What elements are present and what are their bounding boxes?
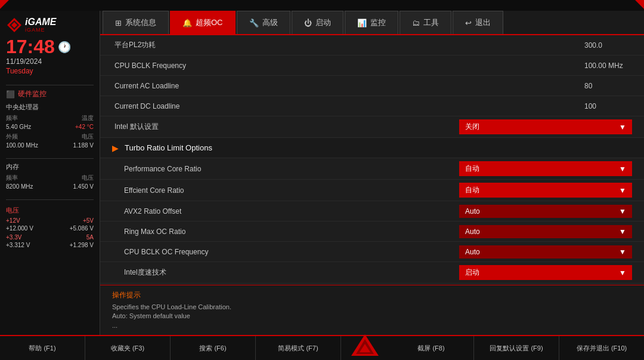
avx2-offset-dropdown[interactable]: Auto ▼ xyxy=(459,205,632,218)
bclk-oc-freq-arrow: ▼ xyxy=(619,248,626,256)
dc-loadline-value: 100 xyxy=(584,102,632,110)
row-bclk-oc-freq: CPU BCLK OC Frequency Auto ▼ xyxy=(100,242,644,262)
ring-max-oc-arrow: ▼ xyxy=(619,227,626,236)
clock-icon: 🕐 xyxy=(58,41,71,54)
cpu-temp-value: +42 °C xyxy=(75,124,94,130)
advanced-icon: 🔧 xyxy=(249,19,259,27)
monitor-icon: ⬛ xyxy=(6,90,15,99)
logo-subtext: iGAME xyxy=(25,27,56,33)
perf-core-ratio-label: Performance Core Ratio xyxy=(112,165,459,173)
cpu-freq-value: 5.40 GHz xyxy=(6,124,31,130)
weekday: Tuesday xyxy=(6,67,94,75)
row-turbo-section: ▶ Turbo Ratio Limit Options xyxy=(100,138,644,158)
divider-2 xyxy=(6,158,94,159)
tooltip-title: 操作提示 xyxy=(112,290,632,300)
row-eff-core-ratio: Effcient Core Ratio 自动 ▼ xyxy=(100,180,644,201)
cpu-freq-label: 频率 xyxy=(6,114,18,122)
top-bar xyxy=(0,0,644,11)
ac-loadline-label: Current AC Loadline xyxy=(112,82,584,90)
intel-default-dropdown[interactable]: 关闭 ▼ xyxy=(459,119,632,134)
cpu-metrics: 频率 温度 5.40 GHz +42 °C 外频 电压 100.00 MHz 1… xyxy=(6,114,94,150)
v5-label: +5V xyxy=(83,217,94,224)
tooltip-line3: ... xyxy=(112,321,632,330)
btn-save-exit-label: 保存并退出 (F10) xyxy=(577,344,627,353)
btn-help-label: 帮助 (F1) xyxy=(29,344,55,353)
cpu-ext-value: 100.00 MHz xyxy=(6,142,38,149)
btn-favorites[interactable]: 收藏夹 (F3) xyxy=(85,336,171,360)
bclk-oc-freq-label: CPU BCLK OC Frequency xyxy=(112,248,459,256)
row-bclk-freq: CPU BCLK Frequency 100.00 MHz xyxy=(100,56,644,76)
pl2-label: 平台PL2功耗 xyxy=(112,40,584,50)
tooltip-bar: 操作提示 Specifies the CPU Load-Line Calibra… xyxy=(100,285,644,335)
boot-icon: ⏻ xyxy=(304,19,312,27)
dc-loadline-label: Current DC Loadline xyxy=(112,102,584,110)
monitor-tab-icon: 📊 xyxy=(357,19,367,27)
tab-tools-label: 工具 xyxy=(423,17,439,28)
tab-sysinfo[interactable]: ⊞ 系统信息 xyxy=(103,11,169,34)
row-ac-loadline: Current AC Loadline 80 xyxy=(100,76,644,96)
logo-text: iGAME xyxy=(25,17,56,27)
avx2-offset-value: Auto xyxy=(465,207,480,216)
cpu-section-label: 中央处理器 xyxy=(6,103,94,112)
center-logo-icon xyxy=(350,333,380,360)
pl2-value: 300.0 xyxy=(584,41,632,50)
btn-search[interactable]: 搜索 (F6) xyxy=(171,336,256,360)
v5-val: +5.086 V xyxy=(70,225,94,232)
v33-label: +3.3V xyxy=(6,234,21,241)
sysinfo-icon: ⊞ xyxy=(115,19,122,27)
sidebar: iGAME iGAME 17:48 🕐 11/19/2024 Tuesday ⬛… xyxy=(0,11,100,335)
mem-section-label: 内存 xyxy=(6,162,94,171)
v12-val: +12.000 V xyxy=(6,225,33,232)
bclk-oc-freq-dropdown[interactable]: Auto ▼ xyxy=(459,245,632,259)
mem-metrics: 频率 电压 8200 MHz 1.450 V xyxy=(6,174,94,191)
tab-monitor[interactable]: 📊 监控 xyxy=(345,11,398,34)
mem-freq-value: 8200 MHz xyxy=(6,183,33,190)
btn-screenshot-label: 截屏 (F8) xyxy=(417,344,444,353)
btn-reset-defaults[interactable]: 回复默认设置 (F9) xyxy=(474,336,559,360)
voltage-title: 电压 xyxy=(6,206,94,215)
divider-3 xyxy=(6,199,94,200)
settings-area[interactable]: 平台PL2功耗 300.0 CPU BCLK Frequency 100.00 … xyxy=(100,35,644,285)
avx2-offset-arrow: ▼ xyxy=(619,207,626,216)
perf-core-ratio-dropdown[interactable]: 自动 ▼ xyxy=(459,161,632,176)
exit-icon: ↩ xyxy=(465,19,472,27)
btn-screenshot[interactable]: 截屏 (F8) xyxy=(389,336,474,360)
tab-oc[interactable]: 🔔 超频OC xyxy=(170,11,236,34)
v12-label: +12V xyxy=(6,217,20,224)
intel-speed-arrow: ▼ xyxy=(619,269,626,277)
row-dc-loadline: Current DC Loadline 100 xyxy=(100,96,644,116)
row-pl2: 平台PL2功耗 300.0 xyxy=(100,35,644,56)
turbo-section-label: Turbo Ratio Limit Options xyxy=(122,143,632,152)
row-avx2-offset: AVX2 Ratio Offset Auto ▼ xyxy=(100,201,644,221)
tab-boot[interactable]: ⏻ 启动 xyxy=(292,11,343,34)
btn-save-exit[interactable]: 保存并退出 (F10) xyxy=(559,336,644,360)
logo: iGAME iGAME xyxy=(6,17,94,33)
tab-advanced[interactable]: 🔧 高级 xyxy=(237,11,290,34)
ring-max-oc-dropdown[interactable]: Auto ▼ xyxy=(459,225,632,238)
center-logo xyxy=(341,333,389,360)
btn-reset-defaults-label: 回复默认设置 (F9) xyxy=(490,344,543,353)
tab-advanced-label: 高级 xyxy=(262,17,278,28)
intel-speed-dropdown[interactable]: 启动 ▼ xyxy=(459,265,632,280)
tab-monitor-label: 监控 xyxy=(370,17,386,28)
eff-core-ratio-dropdown[interactable]: 自动 ▼ xyxy=(459,183,632,198)
cpu-temp-label: 温度 xyxy=(82,114,94,122)
row-perf-core-ratio: Performance Core Ratio 自动 ▼ xyxy=(100,158,644,180)
tab-exit-label: 退出 xyxy=(475,17,491,28)
intel-default-arrow: ▼ xyxy=(619,123,626,131)
bottom-bar: 帮助 (F1) 收藏夹 (F3) 搜索 (F6) 简易模式 (F7) 截屏 (F… xyxy=(0,335,644,360)
ac-loadline-value: 80 xyxy=(584,82,632,90)
tab-tools[interactable]: 🗂 工具 xyxy=(400,11,451,34)
btn-help[interactable]: 帮助 (F1) xyxy=(0,336,85,360)
intel-speed-value: 启动 xyxy=(465,267,479,278)
tab-exit[interactable]: ↩ 退出 xyxy=(453,11,503,34)
btn-simple-mode[interactable]: 简易模式 (F7) xyxy=(256,336,341,360)
row-intel-default: Intel 默认设置 关闭 ▼ xyxy=(100,116,644,138)
content-area: ⊞ 系统信息 🔔 超频OC 🔧 高级 ⏻ 启动 📊 监控 🗂 工具 xyxy=(100,11,644,335)
bclk-freq-label: CPU BCLK Frequency xyxy=(112,61,584,70)
tab-boot-label: 启动 xyxy=(315,17,331,28)
mem-volt-value: 1.450 V xyxy=(73,183,94,190)
calendar-date: 11/19/2024 xyxy=(6,57,94,66)
ring-max-oc-label: Ring Max OC Ratio xyxy=(112,227,459,236)
cpu-volt-label: 电压 xyxy=(82,133,94,141)
